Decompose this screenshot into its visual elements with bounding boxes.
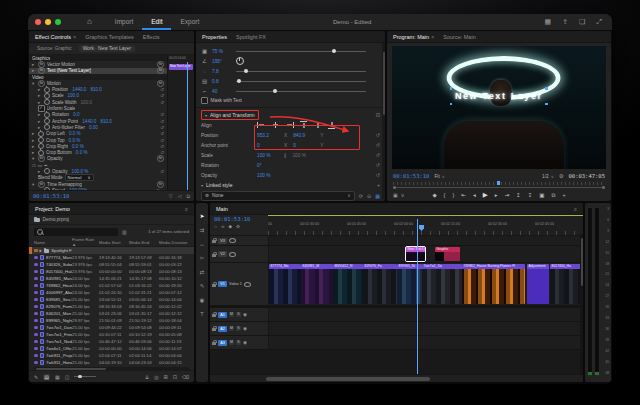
align-center-horizontal-icon[interactable]	[271, 121, 280, 129]
automate-sequence-icon[interactable]: ⇊	[145, 374, 149, 380]
slider-track[interactable]	[236, 51, 366, 52]
timeline-clip[interactable]: Adjustment	[527, 264, 549, 304]
lift-icon[interactable]: ↥	[516, 192, 521, 198]
toggle-track-output-icon[interactable]	[229, 238, 236, 243]
project-writable-icon[interactable]: ✎	[34, 374, 38, 380]
param-value[interactable]: 0.0 %	[69, 138, 81, 143]
track-lane-a3[interactable]	[269, 336, 583, 349]
param-value[interactable]: 0.0 %	[72, 144, 84, 149]
tab-source-main[interactable]: Source: Main	[443, 34, 475, 40]
add-marker-icon[interactable]: ◆	[228, 224, 231, 229]
track-select-tool[interactable]: ⇉	[200, 227, 205, 233]
timeline-clip[interactable]: MVI0412_N	[333, 264, 363, 304]
effect-controls-timecode[interactable]: 00:01:53:10	[33, 193, 69, 199]
tab-program-main[interactable]: Program: Main×	[393, 34, 434, 40]
track-lane-a1[interactable]	[269, 308, 583, 321]
menu-tab-edit[interactable]: Edit	[142, 14, 171, 30]
solo-track-button[interactable]: S	[236, 340, 241, 345]
label-color-chip[interactable]	[34, 298, 38, 302]
find-icon[interactable]: ◎	[154, 374, 158, 380]
value[interactable]: 0°	[257, 163, 283, 168]
reset-param-icon[interactable]: ↺	[160, 150, 164, 155]
lock-track-icon[interactable]	[212, 342, 216, 345]
param-value[interactable]: 810.0	[90, 87, 102, 92]
new-bin-icon[interactable]: ⊞	[164, 374, 168, 380]
track-badge-v1[interactable]: V1	[218, 281, 227, 287]
close-tab-icon[interactable]: ×	[73, 34, 76, 40]
project-breadcrumb[interactable]: Demo.prproj	[29, 215, 194, 225]
freeform-view-icon[interactable]: ◫	[65, 374, 70, 380]
slider-value[interactable]: 0.8	[212, 79, 232, 84]
mask-with-text-row[interactable]: Mask with Text	[201, 96, 380, 105]
param-value[interactable]: 1440.0	[72, 87, 86, 92]
column-header-media-end[interactable]: Media End	[129, 240, 159, 245]
toggle-effect-icon[interactable]: fx	[157, 80, 164, 87]
toggle-effect-icon[interactable]: fx	[157, 155, 164, 162]
stopwatch-icon[interactable]	[44, 168, 50, 174]
label-color-chip[interactable]	[34, 291, 38, 295]
tab-effects[interactable]: Effects	[143, 34, 160, 40]
filter-bin-icon[interactable]: ▥	[122, 229, 127, 235]
timeline-playhead[interactable]	[417, 219, 418, 374]
toggle-track-output-icon[interactable]	[244, 282, 251, 287]
label-color-chip[interactable]	[34, 305, 38, 309]
track-header-a1[interactable]: A1MS◉	[210, 308, 269, 321]
timeline-ruler[interactable]: 00:01:15:0000:01:30:0000:01:45:0000:02:0…	[268, 215, 583, 235]
track-header-v2[interactable]: V2	[210, 246, 269, 262]
track-header-v1[interactable]: V1Video 1	[210, 263, 269, 305]
scrubber-playhead[interactable]	[497, 181, 500, 185]
expand-icon[interactable]: ▸	[38, 87, 42, 92]
column-header-media-duration[interactable]: Media Duration	[159, 240, 189, 245]
button-editor-icon[interactable]: +	[562, 192, 565, 198]
expand-icon[interactable]: ▸	[38, 169, 42, 174]
clip-row[interactable]: 769862_House B24.00 fps01:02:57:0201:03:…	[29, 282, 194, 289]
expand-icon[interactable]: ▾	[32, 182, 36, 187]
align-center-vertical-icon[interactable]	[313, 121, 322, 129]
stopwatch-icon[interactable]	[44, 99, 50, 105]
align-bottom-icon[interactable]	[327, 121, 336, 129]
track-lane-v1[interactable]: 877774_Ma845R81_MMVI0412_N829076_Fa89996…	[269, 263, 583, 305]
program-current-timecode[interactable]: 00:01:53:10	[393, 173, 429, 179]
param-value[interactable]: 100.0	[81, 100, 93, 105]
style-select[interactable]: ⊘ None ∨	[201, 191, 355, 201]
value-x[interactable]: 953.2	[257, 133, 283, 138]
reset-param-icon[interactable]: ↺	[160, 112, 164, 117]
toggle-track-output-icon[interactable]	[229, 252, 236, 257]
column-header-name[interactable]: Name	[34, 240, 72, 245]
reset-param-icon[interactable]: ↺	[376, 172, 380, 178]
text-overlay[interactable]: New Text Layer	[452, 89, 546, 103]
linked-selection-icon[interactable]: ∞	[221, 224, 224, 229]
reset-param-icon[interactable]: ↺	[376, 142, 380, 148]
minimize-window-icon[interactable]	[45, 19, 51, 25]
timeline-vscrollbar[interactable]	[580, 234, 583, 374]
timeline-clip[interactable]: 899965_Ni	[397, 264, 422, 304]
tab-graphics-templates[interactable]: Graphics Templates	[85, 34, 134, 40]
reset-param-icon[interactable]: ↺	[160, 138, 164, 143]
track-header-v3[interactable]: V3	[210, 236, 269, 245]
voiceover-record-icon[interactable]: ◉	[243, 340, 247, 345]
param-value[interactable]: 0.0 %	[69, 131, 81, 136]
lock-track-icon[interactable]	[212, 328, 216, 331]
icon-view-icon[interactable]: ▦	[55, 374, 60, 380]
lock-track-icon[interactable]	[212, 284, 216, 287]
pin-panel-icon[interactable]: ⊡	[376, 112, 380, 118]
stopwatch-icon[interactable]	[44, 187, 50, 190]
value-y[interactable]: 840.9	[293, 133, 319, 138]
ripple-edit-tool[interactable]: ↔	[199, 241, 205, 247]
add-style-icon[interactable]: +	[377, 182, 380, 188]
mini-timeline-clip[interactable]: New Text Layer	[169, 64, 193, 70]
selection-handle[interactable]	[450, 103, 453, 106]
clip-row[interactable]: 7wk911_Projectio25.00 fps02:04:07:1102:0…	[29, 352, 194, 359]
param-value[interactable]: 0.00	[89, 125, 98, 130]
expand-icon[interactable]: ▸	[40, 248, 42, 253]
program-video-frame[interactable]: New Text Layer	[392, 46, 606, 169]
slider-track[interactable]	[236, 81, 366, 82]
column-header-frame-rate[interactable]: Frame Rate ▲	[72, 237, 99, 247]
thumbnail-zoom-slider[interactable]	[74, 376, 96, 377]
linked-style-header[interactable]: ▾ Linked style +	[201, 180, 380, 190]
chevron-down-icon[interactable]: ▾	[201, 183, 203, 188]
comparison-view-icon[interactable]: ⧉	[551, 192, 555, 198]
label-color-chip[interactable]	[34, 340, 38, 344]
effect-controls-mini-timeline[interactable]: 00:01:50:00 New Text Layer	[167, 55, 194, 190]
close-tab-icon[interactable]: ×	[431, 34, 434, 40]
